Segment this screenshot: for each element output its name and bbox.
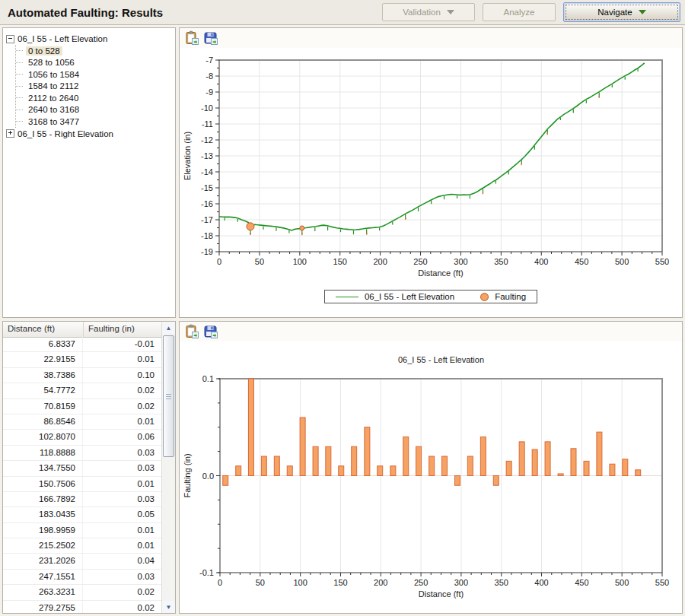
svg-text:0.1: 0.1	[202, 374, 214, 383]
table-row[interactable]: 118.88880.03	[3, 446, 162, 461]
table-cell: 70.8159	[3, 399, 83, 414]
svg-text:-8: -8	[206, 71, 213, 81]
table-cell: 54.7772	[3, 383, 83, 398]
chevron-down-icon	[639, 10, 646, 14]
tree-node-label[interactable]: 06_I 55 - Left Elevation	[18, 34, 107, 43]
save-chart-icon[interactable]	[203, 324, 218, 339]
legend-elevation-label: 06_I 55 - Left Elevation	[365, 292, 454, 301]
tree-item[interactable]: 3168 to 3477	[16, 116, 172, 128]
table-cell: 6.8337	[3, 337, 83, 351]
faulting-chart-toolbar	[180, 322, 682, 341]
tree-item[interactable]: 2112 to 2640	[16, 92, 172, 104]
tree-item-label[interactable]: 0 to 528	[26, 46, 62, 56]
collapse-icon[interactable]	[6, 35, 14, 43]
svg-text:550: 550	[655, 578, 669, 587]
tree-item-label[interactable]: 2112 to 2640	[26, 94, 81, 103]
tree-item-label[interactable]: 1584 to 2112	[26, 81, 81, 90]
scrollbar-thumb[interactable]	[163, 335, 174, 457]
app-window: Automated Faulting: Results Validation A…	[0, 0, 685, 616]
svg-text:0.0: 0.0	[202, 472, 214, 481]
copy-chart-icon[interactable]	[184, 30, 199, 46]
table-row[interactable]: 22.91550.01	[3, 352, 162, 367]
save-chart-icon[interactable]	[203, 30, 218, 46]
table-cell: 0.01	[83, 352, 162, 367]
analyze-button: Analyze	[483, 3, 556, 21]
column-header-distance[interactable]: Distance (ft)	[3, 322, 84, 337]
tree-item[interactable]: 1584 to 2112	[16, 81, 172, 93]
page-title: Automated Faulting: Results	[5, 6, 382, 19]
tree-children: 0 to 528528 to 10561056 to 15841584 to 2…	[15, 45, 172, 128]
table-row[interactable]: 102.80700.06	[3, 430, 162, 445]
svg-text:400: 400	[534, 578, 548, 587]
table-row[interactable]: 231.20260.04	[3, 554, 162, 569]
tree-item-label[interactable]: 1056 to 1584	[26, 70, 81, 79]
table-row[interactable]: 166.78920.03	[3, 492, 162, 507]
table-cell: 102.8070	[3, 430, 83, 444]
scroll-down-icon[interactable]: ▼	[162, 601, 175, 613]
table-cell: 198.9959	[3, 523, 83, 538]
tree-item-label[interactable]: 3168 to 3477	[26, 117, 81, 126]
svg-text:0: 0	[217, 257, 221, 266]
svg-text:100: 100	[293, 257, 307, 266]
table-cell: 0.02	[83, 601, 162, 613]
table-cell: 118.8888	[3, 446, 83, 460]
svg-text:550: 550	[655, 257, 669, 266]
svg-text:150: 150	[333, 578, 347, 587]
svg-text:-11: -11	[202, 119, 213, 129]
svg-text:-17: -17	[201, 215, 213, 224]
tree-item-label[interactable]: 2640 to 3168	[26, 105, 81, 114]
svg-text:100: 100	[293, 578, 307, 587]
table-row[interactable]: 70.81590.02	[3, 399, 162, 414]
table-row[interactable]: 183.04350.05	[3, 507, 162, 522]
tree-item-label[interactable]: 528 to 1056	[26, 58, 77, 67]
tree-item[interactable]: 0 to 528	[16, 45, 172, 57]
table-body: 6.8337-0.0122.91550.0138.73860.1054.7772…	[3, 337, 162, 613]
validation-button-label: Validation	[403, 8, 441, 17]
table-cell: 0.03	[83, 492, 162, 506]
scroll-up-icon[interactable]: ▲	[162, 322, 175, 334]
table-row[interactable]: 150.75060.01	[3, 477, 162, 492]
table-row[interactable]: 215.25020.01	[3, 538, 162, 554]
table-cell: 22.9155	[3, 352, 83, 367]
analyze-button-label: Analyze	[504, 8, 535, 17]
table-cell: -0.01	[83, 337, 162, 351]
table-row[interactable]: 38.73860.10	[3, 368, 162, 383]
table-cell: 134.7550	[3, 461, 83, 475]
table-cell: 0.05	[83, 507, 162, 522]
table-row[interactable]: 263.32310.02	[3, 585, 162, 600]
table-row[interactable]: 54.77720.02	[3, 383, 162, 398]
table-row[interactable]: 247.15510.03	[3, 570, 162, 585]
table-scrollbar[interactable]: ▲ ▼	[161, 322, 175, 613]
table-cell: 166.7892	[3, 492, 83, 506]
table-cell: 279.2755	[3, 601, 83, 613]
table-cell: 0.01	[83, 477, 162, 491]
table-cell: 0.04	[83, 554, 162, 568]
table-row[interactable]: 134.75500.03	[3, 461, 162, 476]
tree-node[interactable]: 06_I 55 - Left Elevation	[6, 33, 172, 45]
chart-legend: 06_I 55 - Left Elevation Faulting	[324, 290, 537, 303]
svg-text:-16: -16	[201, 199, 213, 208]
tree-item[interactable]: 1056 to 1584	[16, 68, 172, 81]
table-row[interactable]: 6.8337-0.01	[3, 337, 162, 352]
table-cell: 0.01	[83, 538, 162, 553]
table-row[interactable]: 198.99590.01	[3, 523, 162, 538]
copy-chart-icon[interactable]	[184, 324, 199, 339]
navigate-button[interactable]: Navigate	[563, 2, 680, 22]
tree-item[interactable]: 2640 to 3168	[16, 104, 172, 116]
svg-text:Distance (ft): Distance (ft)	[418, 268, 463, 278]
table-row[interactable]: 279.27550.02	[3, 601, 162, 613]
svg-text:50: 50	[255, 257, 264, 266]
table-cell: 183.0435	[3, 507, 83, 522]
svg-text:-0.1: -0.1	[199, 568, 214, 577]
svg-text:150: 150	[333, 257, 347, 266]
svg-text:-19: -19	[201, 247, 213, 256]
tree-node[interactable]: 06_I 55 - Right Elevation	[6, 128, 172, 140]
expand-icon[interactable]	[6, 129, 14, 138]
svg-text:450: 450	[575, 578, 588, 587]
tree-node-label[interactable]: 06_I 55 - Right Elevation	[18, 129, 113, 138]
tree-item[interactable]: 528 to 1056	[16, 57, 172, 69]
svg-text:400: 400	[534, 257, 548, 266]
column-header-faulting[interactable]: Faulting (in)	[84, 322, 164, 337]
svg-text:500: 500	[615, 578, 629, 587]
table-row[interactable]: 86.85460.01	[3, 414, 162, 430]
